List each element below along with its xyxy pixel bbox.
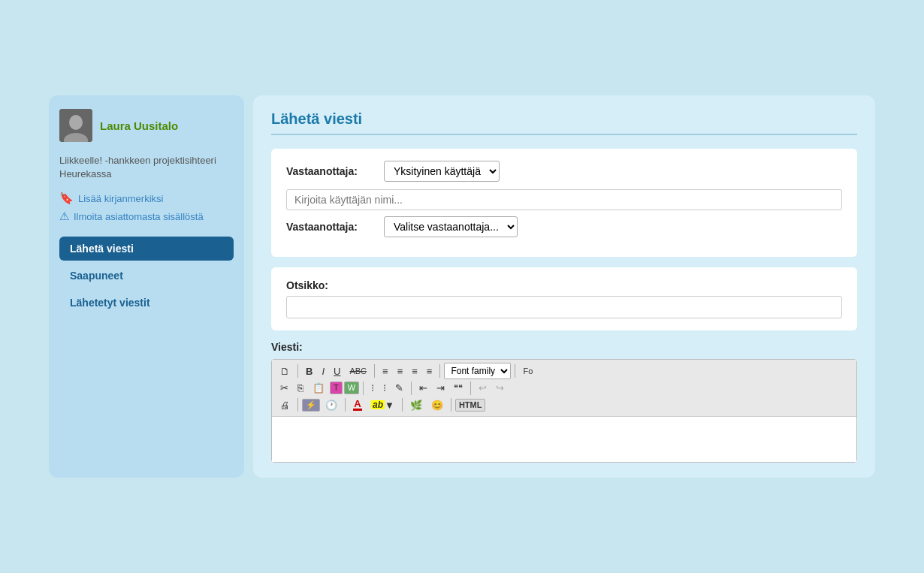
highlight-button[interactable]: ab▼ — [367, 398, 398, 412]
sidebar: Laura Uusitalo Liikkeelle! -hankkeen pro… — [49, 95, 244, 478]
user-name: Laura Uusitalo — [100, 119, 178, 132]
font-color-button[interactable]: A — [349, 397, 366, 413]
subject-label: Otsikko: — [286, 279, 842, 291]
separator-5 — [411, 381, 412, 395]
separator-7 — [297, 398, 298, 412]
recipient-label-1: Vastaanottaja: — [286, 165, 376, 177]
toolbar-row-3: 🖨 ⚡ 🕐 A ab▼ — [276, 397, 852, 413]
underline-button[interactable]: U — [330, 364, 344, 378]
paste-word-button[interactable]: W — [344, 381, 359, 394]
new-doc-button[interactable]: 🗋 — [276, 364, 294, 378]
bookmark-icon: 🔖 — [59, 192, 74, 205]
bookmark-link[interactable]: 🔖 Lisää kirjanmerkiksi — [59, 192, 234, 205]
list-unordered-button[interactable]: ⁝ — [367, 381, 378, 395]
separator-3 — [439, 364, 440, 378]
indent-less-button[interactable]: ⇤ — [415, 381, 431, 395]
list-ordered-button[interactable]: ⁝ — [379, 381, 390, 395]
avatar — [59, 109, 92, 142]
separator-10 — [451, 398, 451, 412]
user-description: Liikkeelle! -hankkeen projektisihteeri H… — [59, 154, 234, 181]
align-right-button[interactable]: ≡ — [408, 364, 421, 378]
separator-1 — [297, 364, 298, 378]
subject-section: Otsikko: — [271, 267, 857, 330]
report-label: Ilmoita asiattomasta sisällöstä — [74, 211, 204, 222]
smiley-button[interactable]: 😊 — [427, 398, 447, 412]
bookmark-label: Lisää kirjanmerkiksi — [78, 193, 163, 204]
cut-button[interactable]: ✂ — [276, 381, 292, 395]
font-size-button[interactable]: Fo — [519, 365, 536, 378]
recipient-select[interactable]: Valitse vastaanottaja... — [384, 216, 518, 237]
page-title: Lähetä viesti — [271, 110, 857, 135]
copy-button[interactable]: ⎘ — [294, 381, 307, 395]
recipient-section: Vastaanottaja: Yksityinen käyttäjä Ryhmä… — [271, 149, 857, 257]
flash-button[interactable]: ⚡ — [302, 399, 320, 412]
svg-point-1 — [69, 115, 83, 130]
user-profile: Laura Uusitalo — [59, 109, 234, 142]
clock-button[interactable]: 🕐 — [322, 398, 341, 412]
separator-3b — [515, 364, 515, 378]
image-button[interactable]: 🌿 — [406, 398, 426, 412]
sidebar-nav: Lähetä viesti Saapuneet Lähetetyt viesti… — [59, 237, 234, 315]
blockquote-button[interactable]: ❝❝ — [450, 381, 467, 394]
nav-inbox[interactable]: Saapuneet — [59, 264, 234, 288]
redo-button[interactable]: ↪ — [492, 381, 508, 395]
recipient-row-2: Vastaanottaja: Valitse vastaanottaja... — [286, 216, 842, 237]
italic-button[interactable]: I — [318, 364, 328, 378]
html-button[interactable]: HTML — [455, 399, 486, 412]
editor-toolbar: 🗋 B I U ABC ≡ ≡ ≡ ≡ Font family — [272, 360, 856, 417]
subject-input[interactable] — [286, 296, 842, 318]
bold-button[interactable]: B — [302, 364, 316, 378]
align-center-button[interactable]: ≡ — [394, 364, 407, 378]
report-icon: ⚠ — [59, 210, 69, 223]
undo-button[interactable]: ↩ — [475, 381, 491, 395]
recipient-type-select[interactable]: Yksityinen käyttäjä Ryhmä — [384, 161, 500, 182]
message-label: Viesti: — [271, 341, 857, 353]
recipient-name-input[interactable] — [286, 189, 842, 210]
separator-8 — [345, 398, 346, 412]
main-content: Lähetä viesti Vastaanottaja: Yksityinen … — [253, 95, 875, 478]
sidebar-links: 🔖 Lisää kirjanmerkiksi ⚠ Ilmoita asiatto… — [59, 192, 234, 223]
nav-send-message[interactable]: Lähetä viesti — [59, 237, 234, 261]
align-justify-button[interactable]: ≡ — [423, 364, 436, 378]
editor-container: 🗋 B I U ABC ≡ ≡ ≡ ≡ Font family — [271, 359, 857, 463]
font-family-select[interactable]: Font family — [444, 363, 511, 379]
paste-text-button[interactable]: T — [330, 381, 343, 394]
strikethrough-button[interactable]: ABC — [346, 365, 370, 378]
print-button[interactable]: 🖨 — [276, 398, 294, 412]
report-link[interactable]: ⚠ Ilmoita asiattomasta sisällöstä — [59, 210, 234, 223]
recipient-row-1: Vastaanottaja: Yksityinen käyttäjä Ryhmä — [286, 161, 842, 182]
toolbar-row-2: ✂ ⎘ 📋 T W ⁝ ⁝ ✎ ⇤ ⇥ ❝❝ ↩ — [276, 381, 852, 395]
recipient-label-2: Vastaanottaja: — [286, 221, 376, 233]
editor-body[interactable] — [272, 417, 856, 462]
paste-button[interactable]: 📋 — [309, 381, 328, 395]
nav-sent[interactable]: Lähetetyt viestit — [59, 291, 234, 315]
toolbar-row-1: 🗋 B I U ABC ≡ ≡ ≡ ≡ Font family — [276, 363, 852, 379]
align-left-button[interactable]: ≡ — [379, 364, 392, 378]
indent-more-button[interactable]: ⇥ — [433, 381, 448, 395]
message-section: Viesti: 🗋 B I U ABC ≡ ≡ ≡ ≡ — [271, 341, 857, 463]
separator-6 — [470, 381, 471, 395]
separator-4 — [363, 381, 364, 395]
edit-button[interactable]: ✎ — [391, 381, 407, 395]
separator-9 — [402, 398, 403, 412]
separator-2 — [374, 364, 375, 378]
